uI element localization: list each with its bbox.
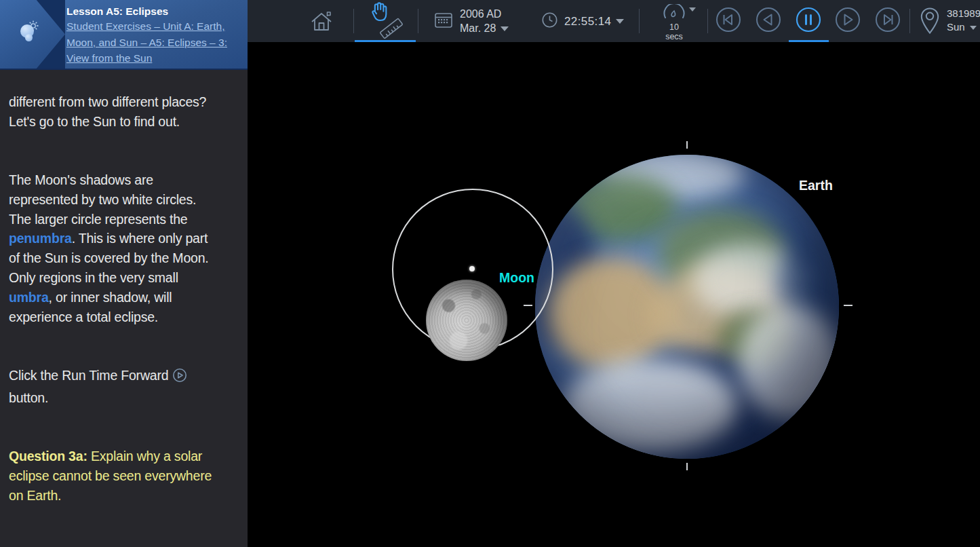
chevron-down-icon bbox=[970, 26, 977, 30]
earth-ocean-indian bbox=[630, 352, 766, 440]
pause-icon bbox=[796, 23, 821, 35]
earth-label: Earth bbox=[799, 178, 833, 193]
chevron-down-icon bbox=[501, 26, 509, 31]
earth-selection-tick-right bbox=[844, 305, 852, 306]
time-selector[interactable]: 22:55:14 bbox=[541, 12, 624, 31]
date-selector[interactable]: 2006 AD Mar. 28 bbox=[434, 7, 509, 35]
question-3b: Question 3b: Total solar eclipses occur … bbox=[9, 544, 239, 547]
play-forward-icon bbox=[835, 23, 861, 35]
active-playback-underline bbox=[789, 40, 829, 42]
toolbar-divider bbox=[418, 9, 418, 33]
time-step-selector[interactable]: 10 secs bbox=[655, 4, 693, 41]
earth-land-asia bbox=[657, 209, 786, 297]
toolbar-divider bbox=[707, 9, 708, 33]
lesson-title: Lesson A5: Eclipses bbox=[66, 5, 244, 18]
gauge-icon bbox=[661, 10, 688, 21]
moon-globe[interactable] bbox=[426, 280, 507, 361]
sky-viewport[interactable]: Moon Earth bbox=[248, 42, 980, 547]
skip-to-start-button[interactable] bbox=[716, 7, 741, 33]
run-time-forward-inline-icon bbox=[172, 368, 187, 388]
earth-cloud-mid bbox=[691, 243, 806, 318]
date-value: Mar. 28 bbox=[460, 22, 496, 34]
skip-to-end-icon bbox=[875, 23, 901, 35]
lesson-paragraph: different from two different places? Let… bbox=[9, 92, 239, 132]
earth-land-europe bbox=[562, 174, 678, 242]
glossary-link-umbra[interactable]: umbra bbox=[9, 290, 49, 305]
logo-moon-icon bbox=[25, 34, 33, 41]
toolbar-divider bbox=[909, 9, 910, 33]
home-button[interactable] bbox=[309, 9, 334, 36]
lesson-paragraph: The Moon's shadows are represented by tw… bbox=[9, 170, 239, 326]
location-name: Sun bbox=[947, 21, 965, 33]
paragraph-text: button. bbox=[9, 390, 48, 405]
breadcrumb[interactable]: Student Exercises – Unit A: Earth, Moon,… bbox=[66, 18, 244, 67]
run-time-forward-button[interactable] bbox=[835, 7, 861, 33]
paragraph-text: Click the Run Time Forward bbox=[9, 368, 172, 383]
calendar-icon bbox=[434, 11, 453, 31]
toolbar-divider bbox=[639, 9, 640, 33]
lesson-text: different from two different places? Let… bbox=[9, 73, 239, 547]
paragraph-text: The Moon's shadows are represented by tw… bbox=[9, 172, 196, 227]
earth-selection-tick-left bbox=[524, 305, 532, 306]
map-pin-icon bbox=[920, 7, 940, 38]
location-distance: 381989 bbox=[947, 7, 980, 20]
earth-ocean-east bbox=[779, 236, 839, 345]
skip-to-start-icon bbox=[716, 23, 741, 35]
paragraph-text: different from two different places? Let… bbox=[9, 94, 206, 129]
earth-land-india bbox=[718, 311, 793, 372]
clock-icon bbox=[541, 12, 558, 31]
time-value: 22:55:14 bbox=[564, 15, 611, 29]
earth-cloud-south bbox=[562, 358, 739, 453]
chevron-down-icon bbox=[689, 7, 696, 12]
home-icon bbox=[309, 24, 334, 35]
pause-button[interactable] bbox=[796, 7, 821, 33]
skip-to-end-button[interactable] bbox=[875, 7, 901, 33]
earth-cloud-east bbox=[739, 304, 839, 419]
time-step-value: 10 bbox=[655, 22, 693, 32]
location-selector[interactable]: 381989 Sun bbox=[920, 7, 980, 38]
logo-sun-icon bbox=[27, 20, 39, 35]
umbra-dot bbox=[469, 266, 475, 271]
question-label: Question 3a: bbox=[9, 449, 87, 464]
chevron-down-icon bbox=[616, 19, 624, 24]
lesson-header: Lesson A5: Eclipses Student Exercises – … bbox=[0, 0, 248, 70]
earth-selection-tick-top bbox=[686, 141, 688, 149]
toolbar-divider bbox=[353, 9, 354, 33]
lesson-sidebar: different from two different places? Let… bbox=[0, 0, 248, 547]
time-step-unit: secs bbox=[655, 32, 693, 41]
step-back-icon bbox=[756, 23, 781, 35]
glossary-link-penumbra[interactable]: penumbra bbox=[9, 231, 72, 246]
lesson-paragraph: Click the Run Time Forward button. bbox=[9, 366, 239, 408]
earth-selection-tick-bottom bbox=[686, 463, 688, 470]
date-era: 2006 AD bbox=[460, 7, 509, 21]
earth-cloud-north bbox=[596, 155, 745, 201]
question-3a: Question 3a: Explain why a solar eclipse… bbox=[9, 447, 239, 505]
earth-globe[interactable] bbox=[535, 155, 839, 459]
earth-land-desert bbox=[547, 257, 676, 372]
earth-land-central-asia bbox=[650, 263, 793, 365]
step-time-back-button[interactable] bbox=[756, 7, 781, 33]
active-tool-underline bbox=[355, 40, 416, 42]
moon-label: Moon bbox=[499, 270, 534, 286]
measure-tool-button[interactable] bbox=[377, 16, 406, 43]
